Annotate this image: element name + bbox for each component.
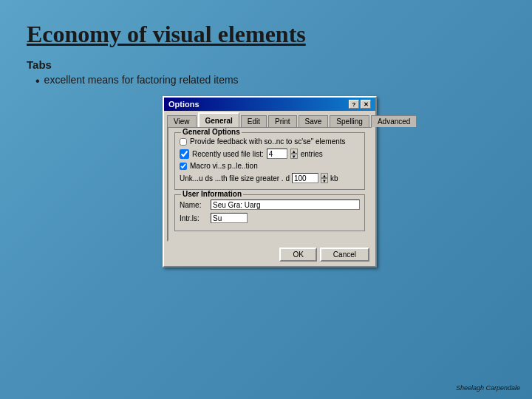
tab-view[interactable]: View bbox=[167, 115, 197, 127]
link-label: Unk...u ds ...th file size greater . d bbox=[180, 174, 290, 183]
user-info-label: User Information bbox=[181, 190, 243, 198]
help-button[interactable]: ? bbox=[349, 100, 359, 109]
kb-label: kb bbox=[330, 174, 338, 183]
spin-up[interactable]: ▲ bbox=[290, 149, 298, 154]
feedback-checkbox[interactable] bbox=[180, 138, 187, 146]
recent-files-checkbox[interactable] bbox=[180, 149, 189, 159]
dialog-title: Options bbox=[168, 100, 200, 109]
dialog-tabs: View General Edit Print Save Spelling Ad… bbox=[164, 111, 375, 127]
section-label: Tabs bbox=[27, 58, 505, 71]
macro-checkbox-row: Macro vi..s p..le..tion bbox=[180, 162, 360, 170]
tab-edit[interactable]: Edit bbox=[241, 115, 267, 127]
recent-files-row: Recently used file list: ▲ ▼ entries bbox=[180, 149, 360, 159]
dialog-footer: OK Cancel bbox=[164, 245, 375, 266]
titlebar-buttons: ? ✕ bbox=[349, 100, 371, 109]
initials-label: Intr.ls: bbox=[180, 214, 208, 222]
general-options-group: General Options Provide feedback with so… bbox=[174, 132, 365, 190]
tab-save[interactable]: Save bbox=[299, 115, 329, 127]
feedback-label: Provide feedback with so..nc to sc'se" e… bbox=[190, 137, 346, 146]
entries-label: entries bbox=[301, 150, 323, 158]
tab-advanced[interactable]: Advanced bbox=[371, 115, 417, 127]
name-input[interactable] bbox=[211, 200, 360, 210]
macro-checkbox[interactable] bbox=[180, 163, 187, 170]
recent-files-label: Recently used file list: bbox=[192, 150, 264, 158]
general-options-label: General Options bbox=[181, 128, 242, 136]
link-spinner[interactable]: ▲ ▼ bbox=[321, 173, 328, 183]
recent-files-spinner[interactable]: ▲ ▼ bbox=[290, 149, 298, 159]
spin-down[interactable]: ▼ bbox=[290, 154, 298, 159]
dialog-titlebar: Options ? ✕ bbox=[164, 98, 375, 111]
link-spin-down[interactable]: ▼ bbox=[321, 178, 328, 183]
tab-spelling[interactable]: Spelling bbox=[330, 115, 369, 127]
attribution: Sheelagh Carpendale bbox=[456, 384, 520, 392]
bullet-dot: • bbox=[35, 74, 40, 88]
bullet-item: • excellent means for factoring related … bbox=[35, 74, 505, 88]
slide-title: Economy of visual elements bbox=[27, 21, 505, 48]
initials-field-row: Intr.ls: bbox=[180, 213, 360, 223]
slide-container: Economy of visual elements Tabs • excell… bbox=[0, 0, 532, 399]
name-label: Name: bbox=[180, 201, 208, 209]
link-spin-up[interactable]: ▲ bbox=[321, 173, 328, 178]
tab-print[interactable]: Print bbox=[268, 115, 297, 127]
user-info-group: User Information Name: Intr.ls: bbox=[174, 194, 365, 231]
tab-general[interactable]: General bbox=[198, 112, 239, 127]
dialog-content: General Options Provide feedback with so… bbox=[167, 127, 372, 242]
close-button[interactable]: ✕ bbox=[361, 100, 371, 109]
options-dialog: Options ? ✕ View General Edit Print Save… bbox=[163, 96, 377, 267]
feedback-checkbox-row: Provide feedback with so..nc to sc'se" e… bbox=[180, 137, 360, 146]
dialog-window: Options ? ✕ View General Edit Print Save… bbox=[163, 96, 377, 267]
ok-button[interactable]: OK bbox=[279, 248, 316, 262]
link-filesize-row: Unk...u ds ...th file size greater . d ▲… bbox=[180, 173, 360, 183]
macro-label: Macro vi..s p..le..tion bbox=[190, 162, 258, 170]
initials-input[interactable] bbox=[211, 213, 248, 223]
cancel-button[interactable]: Cancel bbox=[320, 248, 369, 262]
name-field-row: Name: bbox=[180, 200, 360, 210]
link-value-input[interactable] bbox=[292, 173, 318, 183]
bullet-text: excellent means for factoring related it… bbox=[44, 74, 239, 86]
recent-files-input[interactable] bbox=[267, 149, 287, 159]
